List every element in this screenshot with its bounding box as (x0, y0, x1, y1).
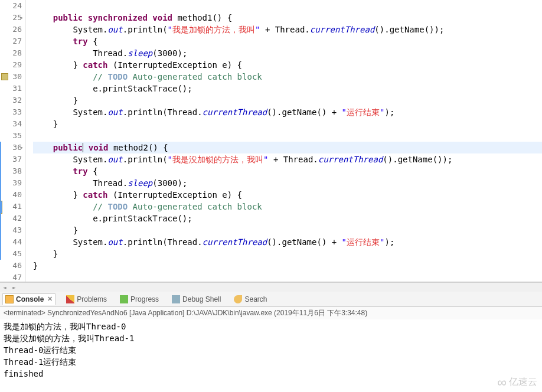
search-icon (234, 295, 242, 303)
tab-label: Debug Shell (182, 295, 221, 303)
code-editor[interactable]: 2425262728293031323334353637383940414243… (0, 0, 542, 282)
tab-search[interactable]: Search (231, 294, 269, 305)
line-gutter: 2425262728293031323334353637383940414243… (0, 0, 26, 282)
launch-status: <terminated> (4, 309, 45, 317)
console-icon (5, 295, 14, 303)
horizontal-scrollbar[interactable] (0, 282, 542, 292)
launch-path: D:\JAVA\JDK\bin\javaw.exe (187, 309, 272, 317)
tab-progress[interactable]: Progress (117, 294, 161, 305)
tab-debug-shell[interactable]: Debug Shell (169, 294, 223, 305)
bottom-panel: Console ✕ Problems Progress Debug Shell … (0, 292, 542, 392)
launch-time: (2019年11月6日 下午3:34:48) (274, 309, 367, 317)
tab-label: Console (16, 295, 44, 303)
problems-icon (66, 295, 74, 303)
close-icon[interactable]: ✕ (47, 295, 53, 303)
tab-label: Progress (130, 295, 159, 303)
code-area[interactable]: public synchronized void method1() { Sys… (26, 0, 542, 282)
tab-console[interactable]: Console ✕ (2, 293, 55, 305)
launch-info: <terminated> SynchronizedYesAndNo6 [Java… (0, 307, 542, 319)
progress-icon (120, 295, 128, 303)
tab-label: Problems (77, 295, 107, 303)
launch-name: SynchronizedYesAndNo6 [Java Application] (47, 309, 184, 317)
tab-problems[interactable]: Problems (64, 294, 109, 305)
console-output[interactable]: 我是加锁的方法，我叫Thread-0 我是没加锁的方法，我叫Thread-1 T… (0, 319, 542, 392)
debug-shell-icon (172, 295, 180, 303)
panel-tabs: Console ✕ Problems Progress Debug Shell … (0, 292, 542, 307)
tab-label: Search (244, 295, 267, 303)
